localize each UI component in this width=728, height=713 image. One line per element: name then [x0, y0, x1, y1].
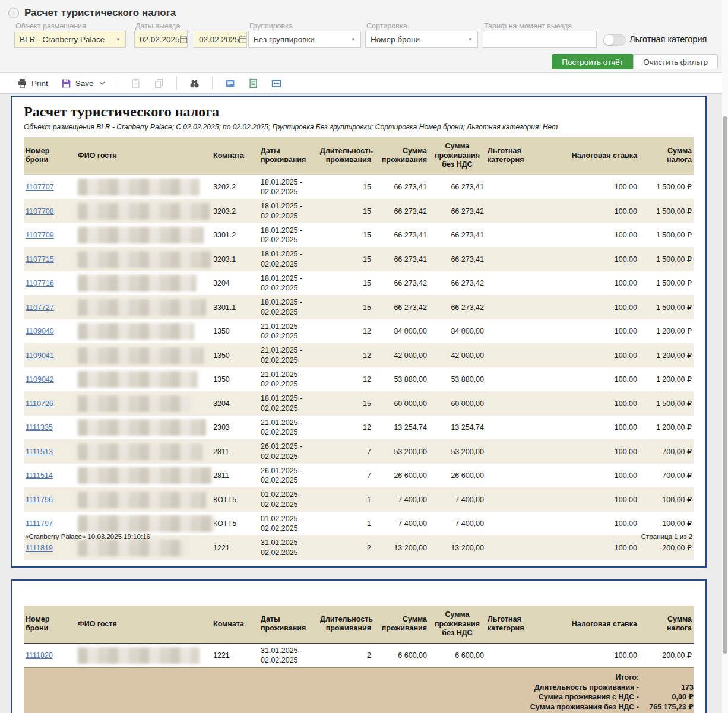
cell-booking: 1110726: [24, 391, 76, 416]
cell-room: 1221: [211, 643, 259, 667]
cell-guest: [76, 175, 211, 199]
table-row: 1111820122131.01.2025 - 02.02.202526 600…: [24, 643, 694, 667]
tariff-input[interactable]: [483, 31, 597, 48]
cell-rate: 100.00: [557, 271, 639, 296]
booking-link[interactable]: 1111513: [26, 448, 53, 456]
cell-rate: 100.00: [557, 199, 639, 223]
cell-sum_no_vat: 66 273,41: [429, 223, 486, 248]
booking-link[interactable]: 1107716: [26, 279, 54, 287]
booking-link[interactable]: 1107707: [26, 183, 54, 191]
fit-width-button[interactable]: [266, 76, 287, 91]
grouping-select-value: Без группировки: [254, 35, 315, 44]
booking-link[interactable]: 1111819: [26, 544, 53, 552]
date-to-input[interactable]: 02.02.2025 7: [194, 31, 247, 48]
booking-link[interactable]: 1107715: [26, 255, 54, 264]
booking-link[interactable]: 1111796: [26, 496, 53, 504]
page-footer: «Cranberry Palace» 10.03.2025 19:10:16 С…: [25, 533, 692, 540]
header-region: ↑ Расчет туристического налога Объект ра…: [0, 0, 728, 72]
cell-rate: 100.00: [557, 319, 639, 344]
cell-guest: [76, 487, 211, 512]
booking-link[interactable]: 1109041: [26, 351, 54, 360]
cell-room: 3301.2: [211, 223, 259, 248]
grouping-select[interactable]: Без группировки ▼: [248, 31, 361, 48]
cell-sum: 42 000,00: [373, 343, 429, 367]
cell-booking: 1107716: [24, 271, 76, 296]
booking-link[interactable]: 1111797: [26, 519, 53, 528]
column-header: Сумма налога: [639, 137, 694, 175]
cell-rate: 100.00: [557, 464, 639, 488]
cell-rate: 100.00: [557, 367, 639, 392]
vertical-scrollbar[interactable]: [722, 0, 728, 713]
column-header: Сумма проживания без НДС: [429, 137, 486, 175]
continuous-view-button[interactable]: [220, 76, 240, 91]
guest-name-blurred: [78, 467, 212, 484]
filter-panel: Объект размещения Даты выезда Группировк…: [0, 20, 728, 72]
booking-link[interactable]: 1110726: [26, 400, 53, 408]
column-header: Налоговая ставка: [557, 137, 639, 175]
cell-benefit: [486, 175, 557, 199]
table-row: 11077273301.118.01.2025 - 02.02.20251566…: [24, 295, 694, 319]
booking-link[interactable]: 1107709: [26, 231, 54, 239]
booking-link[interactable]: 1107708: [26, 207, 54, 216]
column-header: Номер брони: [24, 606, 76, 643]
guest-name-blurred: [78, 227, 204, 243]
guest-name-blurred: [78, 647, 200, 664]
date-from-input[interactable]: 02.02.2025 7: [134, 31, 188, 48]
column-header: ФИО гостя: [76, 606, 211, 643]
copy-button[interactable]: [148, 76, 169, 91]
cell-nights: 12: [318, 319, 373, 344]
single-page-view-button[interactable]: [243, 76, 264, 91]
column-header: Длительность проживания: [318, 137, 373, 175]
table-row: 1110726320418.01.2025 - 02.02.20251560 0…: [24, 391, 694, 416]
total-label: Сумма проживания с НДС -: [24, 692, 639, 702]
scrollbar-thumb[interactable]: [723, 116, 727, 654]
cell-guest: [76, 464, 211, 488]
save-button[interactable]: Save: [56, 76, 110, 91]
cell-nights: 1: [318, 487, 373, 512]
cell-rate: 100.00: [557, 416, 639, 440]
collapse-panel-icon[interactable]: ↑: [8, 8, 19, 18]
cell-booking: 1111514: [24, 464, 76, 488]
find-button[interactable]: [184, 76, 205, 91]
column-header: Льготная категория: [486, 606, 557, 643]
guest-name-blurred: [78, 395, 191, 412]
cell-rate: 100.00: [557, 175, 639, 199]
object-select[interactable]: BLR - Cranberry Palace ▼: [14, 31, 126, 48]
guest-name-blurred: [78, 347, 204, 364]
cell-sum_no_vat: 7 400,00: [429, 512, 486, 536]
cell-sum_no_vat: 66 273,42: [429, 199, 486, 223]
cell-benefit: [486, 439, 557, 464]
paste-button[interactable]: ?: [125, 76, 146, 91]
booking-link[interactable]: 1109040: [26, 327, 54, 335]
booking-link[interactable]: 1109042: [26, 375, 54, 384]
booking-link[interactable]: 1107727: [26, 303, 54, 312]
cell-tax: 1 200,00 ₽: [639, 343, 694, 367]
sorting-select[interactable]: Номер брони ▼: [365, 31, 478, 48]
benefit-category-toggle[interactable]: [603, 34, 626, 46]
cell-tax: 1 500,00 ₽: [639, 175, 694, 199]
cell-booking: 1111513: [24, 439, 76, 464]
booking-link[interactable]: 1111820: [26, 651, 53, 660]
cell-sum: 66 273,42: [373, 295, 429, 319]
cell-booking: 1107708: [24, 199, 76, 223]
cell-sum_no_vat: 26 600,00: [429, 464, 486, 488]
build-report-button[interactable]: Построить отчёт: [552, 54, 634, 69]
cell-booking: 1109042: [24, 367, 76, 392]
cell-dates: 21.01.2025 - 02.02.2025: [259, 416, 318, 440]
print-button[interactable]: Print: [12, 76, 53, 91]
cell-guest: [76, 512, 211, 536]
booking-link[interactable]: 1111514: [26, 471, 53, 480]
booking-link[interactable]: 1111335: [26, 423, 53, 432]
svg-text:7: 7: [242, 39, 244, 43]
grouping-label: Группировка: [249, 22, 293, 30]
cell-nights: 2: [318, 643, 373, 667]
guest-name-blurred: [78, 443, 202, 460]
clear-filter-button[interactable]: Очистить фильтр: [633, 54, 718, 69]
cell-sum: 53 880,00: [373, 367, 429, 392]
cell-nights: 12: [318, 343, 373, 367]
cell-dates: 18.01.2025 - 02.02.2025: [259, 295, 318, 319]
cell-sum: 13 254,74: [373, 416, 429, 440]
report-table: Номер брониФИО гостяКомнатаДаты проживан…: [24, 606, 694, 667]
cell-booking: 1111335: [24, 416, 76, 440]
cell-dates: 01.02.2025 - 02.02.2025: [259, 512, 318, 536]
